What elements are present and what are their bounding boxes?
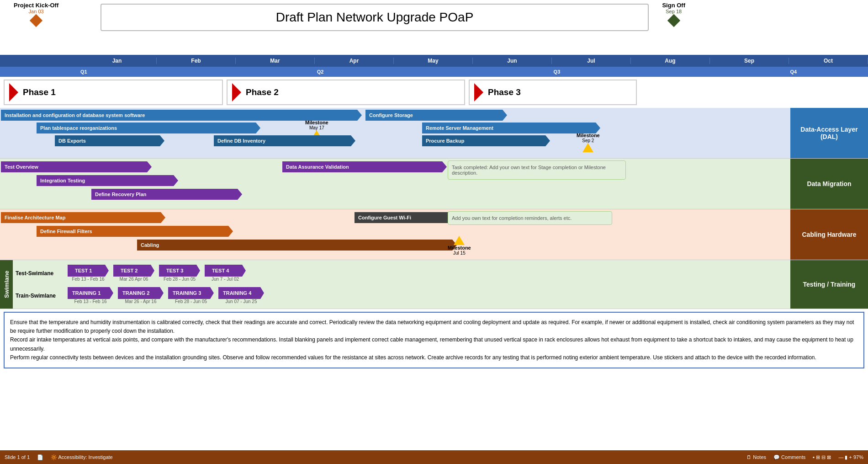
month-apr: Apr [315, 58, 394, 64]
training4-bar: TRAINING 4 [218, 287, 264, 299]
bar-plan-tablespace: Plan tablespace reorganizations [37, 123, 260, 133]
edit-icon: 📄 [37, 454, 43, 460]
bar-integration-testing: Integration Testing [37, 175, 178, 186]
kickoff-date: Jan 03 [14, 9, 58, 14]
month-jan: Jan [78, 58, 157, 64]
month-jul: Jul [552, 58, 631, 64]
bar-cabling: Cabling [137, 240, 457, 251]
bar-define-db-inventory: Define DB Inventory [214, 135, 355, 146]
month-jun: Jun [473, 58, 552, 64]
notes-p1: Ensure that the temperature and humidity… [10, 318, 858, 336]
kickoff-diamond-icon [30, 14, 42, 27]
month-aug: Aug [631, 58, 710, 64]
bar-db-exports: DB Exports [55, 135, 164, 146]
view-icons: ▪ ⊞ ⊟ ⊠ [813, 454, 831, 460]
quarters-row: Q1 Q2 Q3 Q4 [0, 67, 868, 77]
testing-right-label: Testing / Training [790, 260, 868, 309]
test3-dates: Feb 28 - Jun 05 [164, 277, 196, 282]
dm-note-box: Task completed: Add your own text for St… [448, 160, 626, 180]
test2-bar: TEST 2 [113, 265, 154, 277]
training4-group: TRAINING 4 Jun 07 - Jun 25 [218, 287, 264, 304]
test4-bar: TEST 4 [205, 265, 246, 277]
test4-group: TEST 4 Jun 7 - Jul 02 [205, 265, 246, 282]
slide-indicator: Slide 1 of 1 [5, 454, 30, 460]
quarter-q2: Q2 [314, 69, 551, 75]
bar-install-db: Installation and configuration of databa… [1, 110, 362, 121]
dm-label: Data Migration [790, 159, 868, 209]
page-title: Draft Plan Network Upgrade POaP [101, 10, 648, 25]
test1-bar: TEST 1 [68, 265, 109, 277]
phase3-box: Phase 3 [469, 80, 637, 105]
test4-dates: Jun 7 - Jul 02 [212, 277, 239, 282]
bar-configure-storage: Configure Storage [365, 110, 507, 121]
bar-test-overview: Test Overview [1, 161, 152, 172]
ch-section: Finalise Architecture Map Configure Gues… [0, 209, 868, 260]
phase2-label: Phase 2 [246, 87, 279, 97]
bar-finalise-arch: Finalise Architecture Map [1, 212, 165, 223]
swimlane-vertical-label: Swimlane [0, 260, 13, 309]
bar-define-firewall: Define Firewall Filters [37, 226, 233, 237]
page-container: Project Kick-Off Jan 03 Draft Plan Netwo… [0, 0, 868, 464]
training2-group: TRANING 2 Mar 26 - Apr 16 [118, 287, 164, 304]
bar-procure-backup: Procure Backup [422, 135, 550, 146]
phases-row: Phase 1 Phase 2 Phase 3 [0, 77, 868, 108]
kickoff-label: Project Kick-Off [14, 2, 58, 9]
test3-group: TEST 3 Feb 28 - Jun 05 [159, 265, 200, 282]
header-area: Project Kick-Off Jan 03 Draft Plan Netwo… [0, 0, 868, 55]
training2-dates: Mar 26 - Apr 16 [125, 299, 157, 304]
notes-section: Ensure that the temperature and humidity… [4, 312, 864, 368]
test1-dates: Feb 13 - Feb 16 [72, 277, 104, 282]
ch-note-box: Add you own text for completion reminder… [448, 211, 612, 225]
testing-content: Test-Swimlane TEST 1 Feb 13 - Feb 16 TES… [13, 260, 790, 309]
phase3-label: Phase 3 [488, 87, 521, 97]
month-oct: Oct [789, 58, 868, 64]
status-bar-right: 🗒 Notes 💬 Comments ▪ ⊞ ⊟ ⊠ — ▮ + 97% [746, 454, 863, 460]
notes-p3: Perform regular connectivity tests betwe… [10, 353, 858, 362]
title-box: Draft Plan Network Upgrade POaP [101, 4, 649, 31]
timeline-container: Jan Feb Mar Apr May Jun Jul Aug Sep Oct … [0, 55, 868, 77]
month-may: May [394, 58, 473, 64]
ch-content: Finalise Architecture Map Configure Gues… [0, 209, 790, 260]
notes-p2: Record air intake temperatures at vertic… [10, 336, 858, 353]
sign-off: Sign Off Sep 18 [662, 2, 685, 27]
phase3-arrow-icon [474, 83, 483, 101]
accessibility-label: 🔆 Accessibility: Investigate [51, 454, 113, 460]
dm-content: Test Overview Data Assurance Validation … [0, 159, 790, 209]
bar-define-recovery: Define Recovery Plan [91, 189, 242, 200]
dal-section: Installation and configuration of databa… [0, 108, 868, 159]
bar-remote-server: Remote Server Management [422, 123, 600, 133]
milestone-sep2: Milestone Sep 2 [577, 133, 600, 152]
signoff-label: Sign Off [662, 2, 685, 9]
quarter-q4: Q4 [787, 69, 868, 75]
notes-button[interactable]: 🗒 Notes [746, 454, 766, 460]
test1-group: TEST 1 Feb 13 - Feb 16 [68, 265, 109, 282]
test-swimlane-label: Test-Swimlane [16, 270, 66, 277]
training3-group: TRAINING 3 Feb 28 - Jun 05 [168, 287, 214, 304]
training1-bar: TRAINING 1 [68, 287, 113, 299]
status-bar: Slide 1 of 1 📄 🔆 Accessibility: Investig… [0, 450, 868, 464]
dal-content: Installation and configuration of databa… [0, 108, 790, 158]
train-swimlane-label: Train-Swimlane [16, 293, 66, 299]
test-swimlane-row: Test-Swimlane TEST 1 Feb 13 - Feb 16 TES… [13, 263, 790, 283]
comments-button[interactable]: 💬 Comments [773, 454, 805, 460]
month-sep: Sep [710, 58, 789, 64]
dm-section: Test Overview Data Assurance Validation … [0, 159, 868, 209]
months-row: Jan Feb Mar Apr May Jun Jul Aug Sep Oct [0, 55, 868, 67]
test2-dates: Mar 26 Apr 06 [120, 277, 148, 282]
test3-bar: TEST 3 [159, 265, 200, 277]
phase1-box: Phase 1 [4, 80, 223, 105]
training2-bar: TRANING 2 [118, 287, 164, 299]
training3-bar: TRAINING 3 [168, 287, 214, 299]
zoom-control[interactable]: — ▮ + 97% [838, 454, 863, 460]
dal-label: Data-Access Layer (DAL) [790, 108, 868, 158]
training4-dates: Jun 07 - Jun 25 [226, 299, 257, 304]
testing-section: Swimlane Test-Swimlane TEST 1 Feb 13 - F… [0, 260, 868, 309]
test2-group: TEST 2 Mar 26 Apr 06 [113, 265, 154, 282]
phase2-arrow-icon [232, 83, 241, 101]
ch-label: Cabling Hardware [790, 209, 868, 260]
project-kickoff: Project Kick-Off Jan 03 [14, 2, 58, 27]
train-swimlane-row: Train-Swimlane TRAINING 1 Feb 13 - Feb 1… [13, 285, 790, 306]
phase1-label: Phase 1 [23, 87, 56, 97]
quarter-q3: Q3 [551, 69, 788, 75]
training1-group: TRAINING 1 Feb 13 - Feb 16 [68, 287, 113, 304]
